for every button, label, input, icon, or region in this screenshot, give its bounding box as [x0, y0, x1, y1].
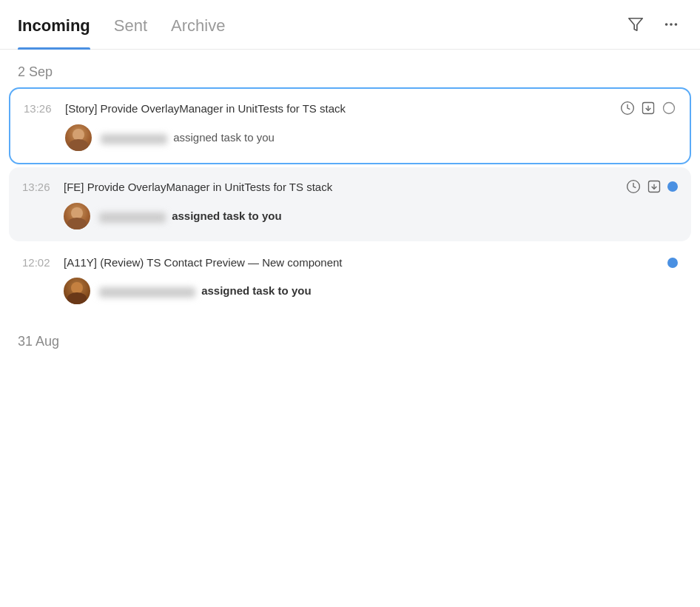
app-container: Incoming Sent Archive 2 Sep	[0, 0, 700, 357]
tab-archive[interactable]: Archive	[171, 0, 225, 49]
notif-icons-2	[626, 179, 678, 194]
filter-icon	[627, 16, 644, 33]
notif-time-3: 12:02	[22, 256, 55, 269]
svg-point-7	[664, 103, 675, 114]
header: Incoming Sent Archive	[0, 0, 700, 50]
clock-icon-2	[626, 179, 641, 194]
sender-name-2	[99, 212, 166, 223]
circle-icon-1[interactable]	[662, 101, 676, 115]
avatar-1	[65, 124, 92, 151]
svg-point-3	[675, 23, 678, 26]
date-separator-31aug: 31 Aug	[0, 319, 700, 357]
notif-row-top-1: 13:26 [Story] Provide OverlayManager in …	[24, 101, 676, 115]
notif-row-bottom-1: assigned task to you	[24, 124, 676, 151]
date-separator-2sep: 2 Sep	[0, 50, 700, 87]
more-icon	[663, 16, 679, 33]
avatar-2	[64, 203, 90, 229]
notif-row-top-2: 13:26 [FE] Provide OverlayManager in Uni…	[22, 179, 678, 194]
notif-time-2: 13:26	[22, 181, 55, 193]
clock-icon-1	[620, 101, 635, 115]
notif-text-2: assigned task to you	[99, 209, 282, 222]
download-icon-2[interactable]	[647, 179, 662, 194]
notification-item-3[interactable]: 12:02 [A11Y] (Review) TS Contact Preview…	[9, 244, 691, 316]
notification-item-2[interactable]: 13:26 [FE] Provide OverlayManager in Uni…	[9, 167, 691, 241]
download-icon-1[interactable]	[641, 101, 656, 115]
unread-dot-2	[667, 181, 678, 192]
sender-name-3	[99, 287, 195, 298]
notification-list: 13:26 [Story] Provide OverlayManager in …	[0, 87, 700, 316]
tab-incoming[interactable]: Incoming	[18, 0, 90, 49]
filter-button[interactable]	[625, 13, 647, 36]
notif-row-top-3: 12:02 [A11Y] (Review) TS Contact Preview…	[22, 256, 678, 269]
avatar-3	[64, 278, 90, 304]
notif-time-1: 13:26	[24, 102, 56, 115]
notif-icons-1	[620, 101, 676, 115]
notif-text-3: assigned task to you	[99, 284, 312, 297]
tab-bar: Incoming Sent Archive	[18, 0, 225, 49]
unread-dot-3	[667, 258, 678, 268]
notif-row-bottom-2: assigned task to you	[22, 203, 678, 229]
header-actions	[625, 13, 682, 36]
notif-row-bottom-3: assigned task to you	[22, 278, 678, 304]
notification-item-1[interactable]: 13:26 [Story] Provide OverlayManager in …	[9, 87, 691, 164]
notif-title-1: [Story] Provide OverlayManager in UnitTe…	[65, 102, 611, 115]
svg-point-2	[670, 23, 673, 26]
notif-title-3: [A11Y] (Review) TS Contact Preview — New…	[64, 256, 659, 269]
svg-marker-0	[629, 19, 642, 31]
tab-sent[interactable]: Sent	[114, 0, 147, 49]
svg-point-1	[665, 23, 668, 26]
sender-name-1	[101, 134, 167, 144]
notif-text-1: assigned task to you	[101, 131, 275, 144]
more-button[interactable]	[660, 13, 682, 36]
notif-icons-3	[667, 258, 678, 268]
notif-title-2: [FE] Provide OverlayManager in UnitTests…	[64, 181, 617, 193]
